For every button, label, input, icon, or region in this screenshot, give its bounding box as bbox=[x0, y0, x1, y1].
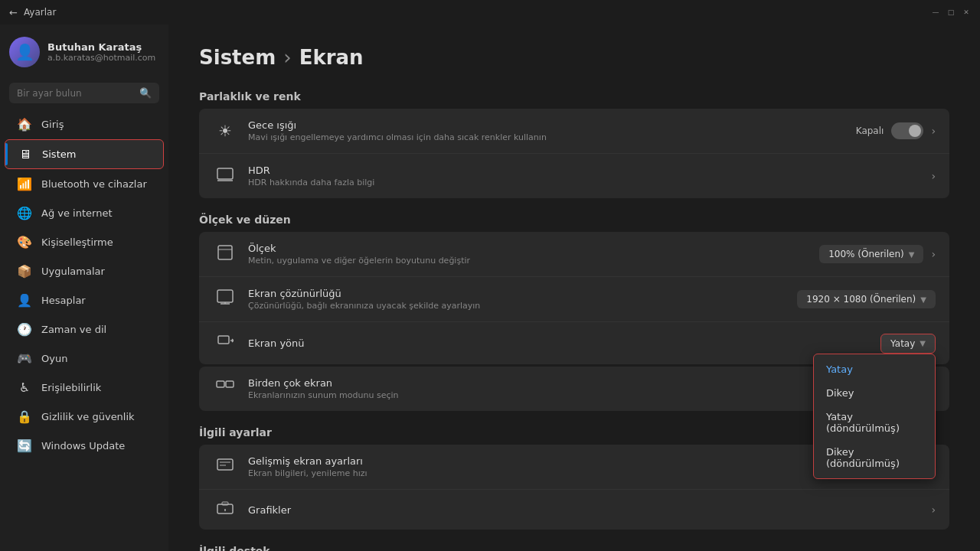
bluetooth-icon: 📶 bbox=[17, 177, 32, 191]
maximize-btn[interactable]: □ bbox=[946, 8, 956, 17]
oyun-icon: 🎮 bbox=[17, 351, 32, 366]
hdr-chevron[interactable]: › bbox=[931, 170, 936, 182]
minimize-btn[interactable]: — bbox=[931, 8, 940, 17]
cozunurluk-arrow: ▼ bbox=[920, 295, 926, 304]
sidebar-item-label-oyun: Oyun bbox=[41, 353, 67, 364]
grafikler-chevron[interactable]: › bbox=[931, 504, 936, 516]
sidebar-item-kisisel[interactable]: 🎨Kişiselleştirme bbox=[5, 228, 164, 256]
search-box[interactable]: 🔍 bbox=[9, 83, 159, 103]
avatar[interactable]: 👤 bbox=[9, 37, 40, 67]
svg-rect-0 bbox=[217, 168, 233, 179]
uygulamalar-icon: 📦 bbox=[17, 264, 32, 279]
svg-rect-7 bbox=[218, 336, 229, 344]
update-icon: 🔄 bbox=[17, 439, 32, 453]
row-cozunurluk[interactable]: Ekran çözünürlüğü Çözünürlüğü, bağlı ekr… bbox=[199, 277, 949, 322]
back-icon[interactable]: ← bbox=[9, 7, 18, 18]
yonu-value: Yatay bbox=[890, 338, 915, 349]
breadcrumb-separator: › bbox=[283, 46, 291, 69]
sidebar-item-label-kisisel: Kişiselleştirme bbox=[41, 236, 113, 248]
erisim-icon: ♿ bbox=[17, 380, 32, 395]
sidebar-item-sistem[interactable]: 🖥Sistem bbox=[5, 139, 164, 169]
sidebar-item-gizlilik[interactable]: 🔒Gizlilik ve güvenlik bbox=[5, 403, 164, 431]
olcek-title: Ölçek bbox=[248, 243, 819, 254]
cozunurluk-text: Ekran çözünürlüğü Çözünürlüğü, bağlı ekr… bbox=[248, 288, 797, 311]
sidebar-item-label-uygulamalar: Uygulamalar bbox=[41, 266, 105, 277]
sidebar-item-label-gizlilik: Gizlilik ve güvenlik bbox=[41, 411, 135, 422]
gece-toggle[interactable] bbox=[891, 122, 923, 139]
titlebar-title: Ayarlar bbox=[24, 7, 56, 18]
olcek-chevron[interactable]: › bbox=[931, 248, 936, 260]
sun-icon: ☀ bbox=[213, 122, 237, 140]
card-scale: Ölçek Metin, uygulama ve diğer öğelerin … bbox=[199, 232, 949, 364]
hesaplar-icon: 👤 bbox=[17, 293, 32, 308]
option-yatay-dondurul[interactable]: Yatay (döndürülmüş) bbox=[814, 405, 935, 440]
sidebar-item-label-zaman: Zaman ve dil bbox=[41, 324, 106, 335]
search-input[interactable] bbox=[17, 88, 133, 99]
gece-subtitle: Mavi ışığı engellemeye yardımcı olması i… bbox=[248, 132, 856, 142]
sidebar-item-label-sistem: Sistem bbox=[42, 148, 76, 160]
window-controls: — □ ✕ bbox=[931, 8, 971, 17]
section-brightness-title: Parlaklık ve renk bbox=[199, 90, 949, 103]
olcek-select[interactable]: 100% (Önerilen) ▼ bbox=[819, 245, 923, 263]
sidebar-item-zaman[interactable]: 🕐Zaman ve dil bbox=[5, 315, 164, 344]
sidebar-item-bluetooth[interactable]: 📶Bluetooth ve cihazlar bbox=[5, 170, 164, 198]
cozunurluk-subtitle: Çözünürlüğü, bağlı ekranınıza uyacak şek… bbox=[248, 301, 797, 311]
orientation-icon bbox=[213, 333, 237, 354]
breadcrumb: Sistem › Ekran bbox=[199, 46, 949, 69]
svg-rect-10 bbox=[217, 459, 233, 470]
hdr-action: › bbox=[931, 170, 936, 182]
grafikler-text: Grafikler bbox=[248, 504, 931, 516]
yonu-action[interactable]: Yatay ▼ Yatay Dikey Yatay (döndürülmüş) … bbox=[880, 334, 936, 354]
cozunurluk-action[interactable]: 1920 × 1080 (Önerilen) ▼ bbox=[797, 290, 936, 308]
yonu-select[interactable]: Yatay ▼ bbox=[880, 334, 936, 354]
sidebar-item-oyun[interactable]: 🎮Oyun bbox=[5, 344, 164, 373]
svg-rect-8 bbox=[217, 381, 224, 387]
close-btn[interactable]: ✕ bbox=[962, 8, 971, 17]
section-scale-title: Ölçek ve düzen bbox=[199, 214, 949, 226]
sidebar-item-update[interactable]: 🔄Windows Update bbox=[5, 432, 164, 460]
row-gece[interactable]: ☀ Gece ışığı Mavi ışığı engellemeye yard… bbox=[199, 109, 949, 154]
row-hdr[interactable]: HDR HDR hakkında daha fazla bilgi › bbox=[199, 154, 949, 198]
option-dikey-dondurul[interactable]: Dikey (döndürülmüş) bbox=[814, 440, 935, 475]
sistem-icon: 🖥 bbox=[18, 147, 33, 161]
svg-rect-2 bbox=[218, 246, 232, 259]
sidebar-item-label-hesaplar: Hesaplar bbox=[41, 295, 86, 306]
gece-action: Kapalı › bbox=[856, 122, 936, 139]
ag-icon: 🌐 bbox=[17, 206, 32, 220]
row-olcek[interactable]: Ölçek Metin, uygulama ve diğer öğelerin … bbox=[199, 232, 949, 277]
hdr-text: HDR HDR hakkında daha fazla bilgi bbox=[248, 165, 931, 187]
sidebar-item-label-giris: Giriş bbox=[41, 119, 64, 130]
sidebar-item-giris[interactable]: 🏠Giriş bbox=[5, 110, 164, 139]
sidebar-item-erisim[interactable]: ♿Erişilebilirlik bbox=[5, 373, 164, 402]
sidebar-item-label-update: Windows Update bbox=[41, 440, 125, 452]
resolution-icon bbox=[213, 289, 237, 310]
sidebar-item-hesaplar[interactable]: 👤Hesaplar bbox=[5, 286, 164, 315]
user-name: Butuhan Karataş bbox=[47, 41, 155, 53]
advanced-icon bbox=[213, 458, 237, 476]
yonu-title: Ekran yönü bbox=[248, 337, 880, 349]
olcek-value: 100% (Önerilen) bbox=[828, 249, 904, 259]
option-yatay[interactable]: Yatay bbox=[814, 357, 935, 381]
olcek-action[interactable]: 100% (Önerilen) ▼ › bbox=[819, 245, 936, 263]
breadcrumb-parent: Sistem bbox=[199, 46, 276, 69]
cozunurluk-select[interactable]: 1920 × 1080 (Önerilen) ▼ bbox=[797, 290, 936, 308]
row-yonu[interactable]: Ekran yönü Yatay ▼ Yatay Dikey Yatay (dö… bbox=[199, 322, 949, 364]
gece-chevron[interactable]: › bbox=[931, 125, 936, 137]
graphics-icon bbox=[213, 500, 237, 519]
sidebar-item-label-bluetooth: Bluetooth ve cihazlar bbox=[41, 178, 147, 190]
sidebar-item-uygulamalar[interactable]: 📦Uygulamalar bbox=[5, 257, 164, 285]
sidebar: 👤 Butuhan Karataş a.b.karatas@hotmail.co… bbox=[0, 24, 168, 551]
hdr-title: HDR bbox=[248, 165, 931, 176]
cozunurluk-title: Ekran çözünürlüğü bbox=[248, 288, 797, 299]
sidebar-item-ag[interactable]: 🌐Ağ ve internet bbox=[5, 199, 164, 227]
user-info: Butuhan Karataş a.b.karatas@hotmail.com bbox=[47, 41, 155, 63]
gece-text: Gece ışığı Mavi ışığı engellemeye yardım… bbox=[248, 119, 856, 142]
search-icon: 🔍 bbox=[139, 87, 152, 99]
zaman-icon: 🕐 bbox=[17, 322, 32, 337]
olcek-text: Ölçek Metin, uygulama ve diğer öğelerin … bbox=[248, 243, 819, 266]
section-support-title: İlgili destek bbox=[199, 545, 949, 551]
giris-icon: 🏠 bbox=[17, 117, 32, 132]
row-grafikler[interactable]: Grafikler › bbox=[199, 490, 949, 530]
option-dikey[interactable]: Dikey bbox=[814, 381, 935, 405]
svg-rect-4 bbox=[217, 290, 233, 302]
